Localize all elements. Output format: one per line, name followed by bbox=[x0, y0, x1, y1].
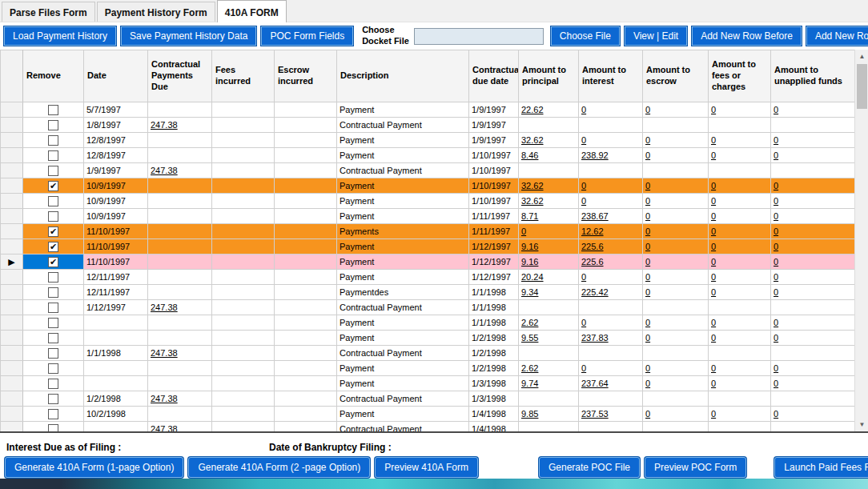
grid-cell[interactable]: 247.38 bbox=[148, 163, 212, 178]
remove-cell[interactable] bbox=[23, 270, 84, 285]
grid-cell[interactable]: 0 bbox=[643, 209, 709, 224]
grid-cell[interactable]: 0 bbox=[709, 148, 771, 163]
grid-cell[interactable]: 0 bbox=[771, 133, 855, 148]
docket-file-input[interactable] bbox=[414, 28, 544, 45]
grid-cell[interactable]: 0 bbox=[709, 102, 771, 118]
add-new-row-after-button[interactable]: Add New Row After bbox=[806, 26, 868, 46]
grid-cell[interactable] bbox=[148, 224, 212, 239]
grid-cell[interactable] bbox=[275, 407, 337, 422]
grid-cell[interactable] bbox=[212, 209, 275, 224]
grid-cell[interactable] bbox=[148, 285, 212, 300]
grid-cell[interactable]: 0 bbox=[771, 239, 855, 255]
remove-cell[interactable] bbox=[23, 133, 84, 148]
grid-cell[interactable] bbox=[519, 346, 579, 361]
grid-cell[interactable] bbox=[148, 209, 212, 224]
remove-cell[interactable] bbox=[23, 422, 84, 432]
grid-cell[interactable]: 1/9/1997 bbox=[469, 102, 519, 118]
grid-cell[interactable] bbox=[275, 361, 337, 376]
grid-cell[interactable] bbox=[275, 163, 337, 178]
grid-cell[interactable] bbox=[579, 422, 643, 432]
grid-cell[interactable]: 0 bbox=[771, 102, 855, 118]
grid-cell[interactable]: 0 bbox=[771, 178, 855, 194]
grid-cell[interactable] bbox=[84, 315, 148, 331]
grid-cell[interactable]: 238.67 bbox=[579, 209, 643, 224]
grid-cell[interactable] bbox=[771, 118, 855, 133]
grid-cell[interactable]: 8.46 bbox=[519, 148, 579, 163]
remove-checkbox[interactable] bbox=[48, 105, 58, 115]
generate-poc-file-button[interactable]: Generate POC File bbox=[539, 457, 640, 478]
grid-cell[interactable] bbox=[148, 194, 212, 209]
column-header[interactable]: Contractual due date bbox=[469, 50, 519, 102]
grid-cell[interactable]: 0 bbox=[771, 315, 855, 331]
remove-checkbox[interactable] bbox=[48, 166, 58, 176]
grid-cell[interactable] bbox=[148, 255, 212, 270]
grid-cell[interactable] bbox=[148, 239, 212, 255]
tab-410a-form[interactable]: 410A FORM bbox=[217, 0, 287, 22]
grid-cell[interactable]: 0 bbox=[709, 331, 771, 346]
remove-cell[interactable] bbox=[23, 346, 84, 361]
grid-cell[interactable]: 0 bbox=[643, 255, 709, 270]
row-indicator[interactable] bbox=[1, 407, 23, 422]
grid-cell[interactable] bbox=[579, 118, 643, 133]
grid-cell[interactable] bbox=[212, 300, 275, 315]
column-header[interactable]: Fees incurred bbox=[212, 50, 275, 102]
remove-checkbox[interactable] bbox=[48, 196, 58, 206]
grid-cell[interactable]: 11/10/1997 bbox=[84, 239, 148, 255]
column-header[interactable]: Date bbox=[84, 50, 148, 102]
row-indicator[interactable] bbox=[1, 178, 23, 194]
grid-cell[interactable]: 1/3/1998 bbox=[469, 391, 519, 407]
grid-cell[interactable]: 0 bbox=[643, 376, 709, 391]
grid-cell[interactable]: 10/2/1998 bbox=[84, 407, 148, 422]
grid-cell[interactable]: 32.62 bbox=[519, 133, 579, 148]
grid-cell[interactable]: 0 bbox=[709, 407, 771, 422]
remove-checkbox[interactable] bbox=[48, 211, 58, 222]
grid-cell[interactable] bbox=[212, 422, 275, 432]
poc-form-fields-button[interactable]: POC Form Fields bbox=[261, 26, 353, 46]
grid-cell[interactable]: 0 bbox=[709, 255, 771, 270]
view-edit-button[interactable]: View | Edit bbox=[625, 26, 687, 46]
grid-cell[interactable]: 1/4/1998 bbox=[469, 407, 519, 422]
grid-cell[interactable]: Contractual Payment bbox=[337, 422, 469, 432]
grid-cell[interactable] bbox=[275, 346, 337, 361]
grid-cell[interactable]: 12/8/1997 bbox=[84, 133, 148, 148]
grid-cell[interactable]: 0 bbox=[709, 270, 771, 285]
grid-cell[interactable]: 0 bbox=[771, 376, 855, 391]
remove-checkbox[interactable]: ✔ bbox=[48, 242, 58, 252]
grid-cell[interactable] bbox=[148, 133, 212, 148]
grid-cell[interactable]: Payment bbox=[337, 102, 469, 118]
grid-cell[interactable]: 9.74 bbox=[519, 376, 579, 391]
grid-cell[interactable]: 0 bbox=[579, 133, 643, 148]
grid-cell[interactable] bbox=[84, 331, 148, 346]
grid-cell[interactable]: 1/12/1997 bbox=[84, 300, 148, 315]
remove-checkbox[interactable] bbox=[48, 363, 58, 374]
grid-cell[interactable]: 12/11/1997 bbox=[84, 270, 148, 285]
grid-cell[interactable]: 0 bbox=[771, 331, 855, 346]
grid-cell[interactable] bbox=[519, 300, 579, 315]
grid-cell[interactable]: Payment bbox=[337, 194, 469, 209]
grid-cell[interactable] bbox=[212, 361, 275, 376]
grid-cell[interactable] bbox=[275, 194, 337, 209]
grid-cell[interactable]: 12/11/1997 bbox=[84, 285, 148, 300]
grid-cell[interactable] bbox=[643, 422, 709, 432]
column-header[interactable]: Amount to unapplied funds bbox=[771, 50, 855, 102]
grid-cell[interactable]: 1/10/1997 bbox=[469, 148, 519, 163]
grid-cell[interactable]: 225.6 bbox=[579, 255, 643, 270]
row-indicator[interactable] bbox=[1, 361, 23, 376]
column-header[interactable]: Amount to interest bbox=[579, 50, 643, 102]
remove-checkbox[interactable]: ✔ bbox=[48, 257, 58, 267]
remove-checkbox[interactable] bbox=[48, 135, 58, 146]
grid-cell[interactable]: 237.64 bbox=[579, 376, 643, 391]
grid-cell[interactable] bbox=[148, 407, 212, 422]
remove-checkbox[interactable] bbox=[48, 409, 58, 419]
grid-cell[interactable]: 32.62 bbox=[519, 194, 579, 209]
row-indicator[interactable] bbox=[1, 331, 23, 346]
grid-cell[interactable]: 10/9/1997 bbox=[84, 178, 148, 194]
grid-cell[interactable]: 1/1/1998 bbox=[469, 285, 519, 300]
grid-cell[interactable]: Payment bbox=[337, 209, 469, 224]
remove-checkbox[interactable] bbox=[48, 150, 58, 161]
column-header[interactable]: Contractual Payments Due bbox=[148, 50, 212, 102]
grid-cell[interactable] bbox=[709, 163, 771, 178]
grid-cell[interactable]: Payment bbox=[337, 178, 469, 194]
grid-cell[interactable]: 0 bbox=[709, 178, 771, 194]
grid-cell[interactable]: 247.38 bbox=[148, 422, 212, 432]
